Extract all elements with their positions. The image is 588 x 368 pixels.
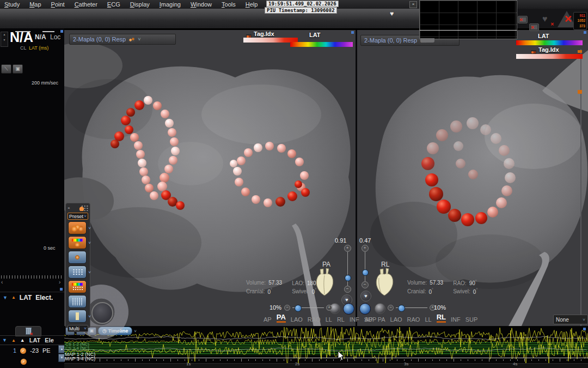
ablation-point[interactable] [468, 170, 478, 179]
ablation-point[interactable] [235, 178, 243, 186]
ablation-point[interactable] [450, 120, 462, 132]
orientation-rl[interactable]: RL [437, 313, 446, 323]
ablation-point[interactable] [134, 141, 143, 150]
ablation-point[interactable] [264, 198, 272, 207]
palette-chevron-icon[interactable]: ˅ [88, 240, 91, 245]
zoom-in-button[interactable]: + [362, 245, 369, 252]
ablation-point[interactable] [436, 129, 448, 141]
ablation-point[interactable] [467, 117, 479, 129]
ablation-point[interactable] [421, 157, 434, 170]
menu-catheter[interactable]: Catheter [75, 1, 97, 8]
column-lat[interactable]: LAT [29, 337, 41, 343]
orientation-inf[interactable]: INF [350, 316, 359, 323]
zoom-out-button[interactable]: − [344, 286, 351, 293]
ecg-signal-panel[interactable]: ⟍ ∿ ▣ ◷ Timeline ˅ CS 1-2 (NC)CS 3-4 (NC… [64, 326, 588, 368]
ablation-point[interactable] [487, 207, 498, 218]
palette-chevron-icon[interactable]: ˅ [88, 270, 91, 275]
ablation-point[interactable] [301, 188, 310, 197]
ablation-point[interactable] [454, 141, 463, 151]
orientation-lao[interactable]: LAO [390, 316, 402, 323]
ablation-point[interactable] [499, 145, 510, 156]
preset-dropdown[interactable]: Preset ˅ [68, 213, 88, 220]
ablation-point[interactable] [145, 184, 154, 192]
left-viewport-title[interactable]: 2-Mapla (0, 0) Resp ˅ [69, 34, 176, 45]
column-ele[interactable]: Ele [45, 337, 54, 343]
grid-tool[interactable]: ˅ [68, 266, 87, 279]
ablation-point[interactable] [475, 212, 487, 224]
palette-chevron-icon[interactable]: ˅ [88, 226, 91, 231]
cl-spinner[interactable]: ▲▼ [1, 32, 8, 47]
ablation-point[interactable] [153, 101, 162, 110]
menu-ecg[interactable]: ECG [107, 1, 120, 8]
ablation-point[interactable] [287, 191, 297, 201]
ablation-point[interactable] [505, 172, 516, 183]
single-point-tool[interactable] [68, 251, 87, 264]
dense-grid-tool[interactable] [68, 295, 87, 308]
opacity-plus-button[interactable]: + [326, 305, 332, 311]
ablation-point[interactable] [244, 148, 253, 157]
ablation-point[interactable] [138, 159, 146, 167]
orientation-sup[interactable]: SUP [465, 316, 478, 323]
sort-icon[interactable]: ▲ [11, 338, 16, 343]
ablation-point[interactable] [254, 143, 262, 152]
orientation-rl[interactable]: RL [337, 316, 345, 323]
orientation-ll[interactable]: LL [425, 316, 431, 323]
ablation-point[interactable] [275, 197, 285, 207]
ablation-point[interactable] [126, 108, 135, 117]
point-table-row[interactable]: 1 ✓ -23 PE [0, 346, 58, 355]
orientation-ap[interactable]: AP [264, 316, 272, 323]
opacity-minus-button[interactable]: − [284, 305, 290, 311]
menu-imaging[interactable]: Imaging [160, 1, 181, 8]
orientation-lao[interactable]: LAO [291, 316, 303, 323]
ablation-point[interactable] [425, 173, 438, 186]
ablation-point[interactable] [456, 159, 465, 168]
ablation-point[interactable] [496, 197, 507, 208]
left-opacity-slider[interactable]: − + [284, 304, 332, 311]
menu-window[interactable]: Window [191, 1, 212, 8]
menu-point[interactable]: Point [51, 1, 65, 8]
scope-drag-handle[interactable] [420, 38, 434, 43]
ablation-point[interactable] [171, 147, 180, 155]
ablation-point[interactable] [429, 187, 443, 201]
ablation-point[interactable] [265, 142, 274, 150]
ablation-point[interactable] [252, 195, 260, 204]
ablation-point[interactable] [480, 124, 491, 135]
ablation-point[interactable] [233, 167, 242, 176]
ablation-point[interactable] [139, 167, 148, 176]
multi-dropdown[interactable]: Multi ˅ [68, 325, 88, 332]
ablation-point[interactable] [491, 133, 501, 144]
viewport-divider[interactable] [356, 30, 357, 327]
ablation-point[interactable] [157, 182, 167, 191]
ablation-point[interactable] [437, 200, 451, 214]
catheter-tool[interactable]: ˅ [68, 310, 87, 323]
zoom-slider-track[interactable] [365, 252, 365, 281]
zoom-slider-knob[interactable] [345, 275, 351, 281]
ablation-point[interactable] [277, 144, 286, 153]
ablation-point[interactable] [427, 142, 439, 154]
palette-chevron-icon[interactable]: ˅ [88, 314, 91, 319]
zoom-out-button[interactable]: − [362, 281, 369, 288]
orientation-pa[interactable]: PA [378, 316, 385, 323]
opacity-knob[interactable] [398, 305, 405, 312]
ablation-point[interactable] [461, 213, 474, 226]
points-tool[interactable]: ˅ [68, 221, 87, 234]
opacity-minus-button[interactable]: − [388, 305, 394, 311]
sort-icon[interactable]: ▲ [11, 295, 16, 300]
orientation-ap[interactable]: AP [365, 316, 373, 323]
ablation-point[interactable] [168, 128, 176, 137]
ablation-point[interactable] [142, 176, 150, 184]
reset-heart-view-button[interactable]: ♥ [360, 291, 371, 301]
orientation-rao[interactable]: RAO [308, 316, 321, 323]
ablation-point[interactable] [161, 110, 169, 118]
opacity-knob[interactable] [295, 305, 302, 312]
ablation-point[interactable] [130, 133, 139, 142]
ablation-point[interactable] [501, 185, 512, 196]
orientation-ll[interactable]: LL [326, 316, 332, 323]
right-zoom-slider[interactable]: + − [361, 245, 369, 288]
ablation-point[interactable] [160, 173, 169, 183]
signal-add-button[interactable]: ▣ [13, 64, 23, 74]
zoom-slider-knob[interactable] [362, 269, 369, 276]
orientation-rao[interactable]: RAO [407, 316, 420, 323]
sphere-view-button[interactable] [375, 303, 385, 314]
ablation-point[interactable] [170, 137, 179, 146]
